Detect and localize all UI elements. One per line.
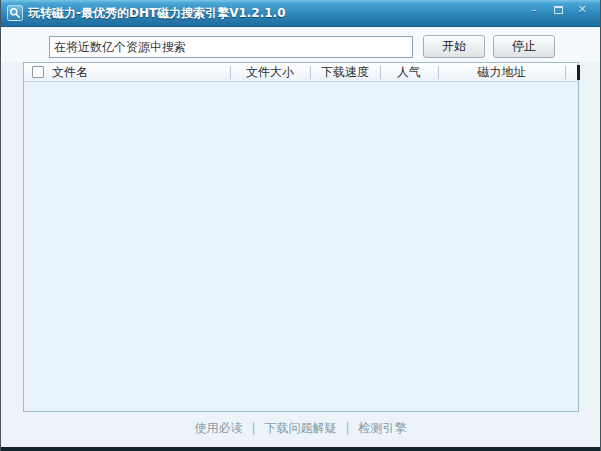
footer-separator: | bbox=[346, 421, 350, 435]
column-header-popularity[interactable]: 人气 bbox=[380, 63, 438, 82]
header-edge-caret bbox=[577, 65, 580, 80]
app-window: 玩转磁力-最优秀的DHT磁力搜索引擎V1.2.1.0 – ✕ 开始 停止 文件名… bbox=[0, 0, 601, 451]
search-toolbar: 开始 停止 bbox=[1, 28, 600, 62]
maximize-icon[interactable] bbox=[546, 0, 570, 19]
window-bottom-border bbox=[1, 447, 600, 451]
close-icon[interactable]: ✕ bbox=[570, 0, 594, 19]
window-title: 玩转磁力-最优秀的DHT磁力搜索引擎V1.2.1.0 bbox=[28, 0, 286, 27]
column-header-speed[interactable]: 下载速度 bbox=[310, 63, 380, 82]
window-controls: – ✕ bbox=[522, 0, 594, 20]
magnifier-icon bbox=[7, 5, 23, 21]
start-button[interactable]: 开始 bbox=[423, 35, 485, 58]
link-download-faq[interactable]: 下载问题解疑 bbox=[265, 421, 337, 435]
select-all-checkbox[interactable] bbox=[32, 66, 44, 78]
table-body-empty bbox=[24, 82, 578, 411]
link-check-engine[interactable]: 检测引擎 bbox=[359, 421, 407, 435]
column-header-magnet[interactable]: 磁力地址 bbox=[438, 63, 565, 82]
footer-separator: | bbox=[251, 421, 255, 435]
footer-links: 使用必读|下载问题解疑|检测引擎 bbox=[1, 420, 600, 438]
link-usage-guide[interactable]: 使用必读 bbox=[194, 421, 242, 435]
column-header-filesize[interactable]: 文件大小 bbox=[230, 63, 310, 82]
stop-button[interactable]: 停止 bbox=[493, 35, 555, 58]
titlebar: 玩转磁力-最优秀的DHT磁力搜索引擎V1.2.1.0 – ✕ bbox=[1, 0, 600, 27]
results-table: 文件名 文件大小 下载速度 人气 磁力地址 bbox=[23, 62, 579, 412]
minimize-icon[interactable]: – bbox=[522, 0, 546, 19]
column-header-filename[interactable]: 文件名 bbox=[52, 63, 88, 82]
column-divider[interactable] bbox=[565, 66, 566, 79]
search-input[interactable] bbox=[49, 36, 413, 58]
table-header: 文件名 文件大小 下载速度 人气 磁力地址 bbox=[24, 63, 578, 82]
